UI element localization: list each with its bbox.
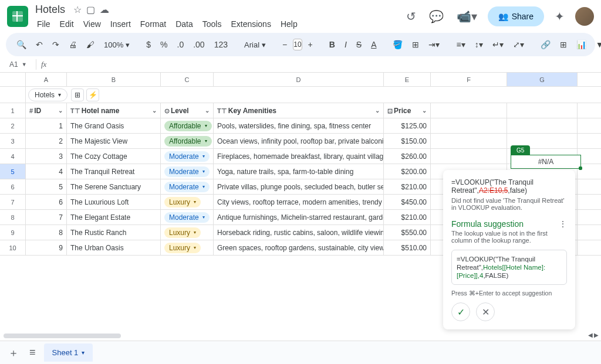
cell-amenities[interactable]: Green spaces, rooftop gardens, sustainab… [214,240,384,255]
cell-id[interactable]: 7 [26,210,67,224]
table-ai-icon[interactable]: ⚡ [86,89,99,101]
header-id[interactable]: #ID⌄ [26,103,67,118]
row-header-3[interactable]: 3 [0,134,26,148]
cell-id[interactable]: 3 [26,149,67,164]
font-dropdown[interactable]: Arial ▾ [241,38,269,52]
menu-tools[interactable]: Tools [198,17,226,31]
cell-level[interactable]: Luxury▾ [161,195,214,209]
suggestion-menu-icon[interactable]: ⋮ [559,219,567,229]
cell-level[interactable]: Moderate▾ [161,164,214,179]
menu-view[interactable]: View [79,17,105,31]
document-title[interactable]: Hotels [33,2,67,17]
move-icon[interactable]: ▢ [86,4,95,15]
header-price[interactable]: ⊡Price⌄ [384,103,431,118]
cell-name[interactable]: The Luxurious Loft [67,195,161,209]
decrease-font-icon[interactable]: − [279,38,291,52]
cell-price[interactable]: $125.00 [384,118,431,133]
cloud-status-icon[interactable]: ☁ [100,4,109,15]
cell-f[interactable] [431,149,507,164]
cell-level[interactable]: Affordable▾ [161,134,214,148]
paint-format-icon[interactable]: 🖌 [83,38,98,52]
cell-id[interactable]: 8 [26,225,67,240]
cell-amenities[interactable]: Fireplaces, homemade breakfast, library,… [214,149,384,164]
row-header-2[interactable]: 2 [0,118,26,133]
row-header-6[interactable]: 6 [0,179,26,194]
cell-amenities[interactable]: Ocean views, infinity pool, rooftop bar,… [214,134,384,148]
currency-icon[interactable]: $ [143,38,154,52]
sheet-tab-1[interactable]: Sheet 1▾ [44,343,93,362]
text-color-icon[interactable]: A [367,38,380,52]
scroll-arrows[interactable]: ◀▶ [588,332,599,338]
add-sheet-button[interactable]: ＋ [6,343,21,362]
chart-icon[interactable]: 📊 [573,38,590,52]
cell-amenities[interactable]: Private villas, plunge pools, secluded b… [214,179,384,194]
cell-price[interactable]: $210.00 [384,210,431,224]
merge-icon[interactable]: ⇥▾ [425,38,443,52]
cell-id[interactable]: 2 [26,134,67,148]
cell-amenities[interactable]: Pools, waterslides, fine dining, spa, fi… [214,118,384,133]
horizontal-scrollbar[interactable] [4,334,589,339]
gemini-icon[interactable]: ✦ [552,7,567,26]
menu-help[interactable]: Help [276,17,302,31]
cell-amenities[interactable]: City views, rooftop terrace, modern amen… [214,195,384,209]
cell-level[interactable]: Moderate▾ [161,210,214,224]
share-button[interactable]: 👥 Share [488,6,544,26]
borders-icon[interactable]: ⊞ [408,38,423,52]
menu-insert[interactable]: Insert [106,17,135,31]
cell-name[interactable]: The Urban Oasis [67,240,161,255]
cell-level[interactable]: Luxury▾ [161,225,214,240]
table-chip[interactable]: Hotels▾ [28,89,67,101]
more-formats-icon[interactable]: 123 [211,38,231,52]
row-header-10[interactable]: 10 [0,240,26,255]
row-header-1[interactable]: 1 [0,103,26,118]
col-header-b[interactable]: B [67,73,161,86]
col-header-d[interactable]: D [214,73,384,86]
header-amenities[interactable]: T⊤Key Amenities⌄ [214,103,384,118]
cell-f[interactable] [431,118,507,133]
filter-icon[interactable]: ▼ [592,38,601,52]
cell-level[interactable]: Moderate▾ [161,149,214,164]
link-icon[interactable]: 🔗 [537,38,554,52]
menu-format[interactable]: Format [136,17,170,31]
cell-id[interactable]: 6 [26,195,67,209]
cell-level[interactable]: Affordable▾ [161,118,214,133]
cell-price[interactable]: $450.00 [384,195,431,209]
cell-price[interactable]: $510.00 [384,240,431,255]
row-header-9[interactable]: 9 [0,225,26,240]
col-header-c[interactable]: C [161,73,214,86]
valign-icon[interactable]: ↕▾ [471,38,487,52]
table-view-icon[interactable]: ⊞ [71,89,84,101]
accept-suggestion-button[interactable]: ✓ [451,302,470,321]
percent-icon[interactable]: % [157,38,171,52]
cell-amenities[interactable]: Antique furnishings, Michelin-starred re… [214,210,384,224]
cell-f[interactable] [431,134,507,148]
name-box[interactable]: A1▼ [6,59,36,70]
cell-name[interactable]: The Elegant Estate [67,210,161,224]
menu-file[interactable]: File [33,17,55,31]
increase-font-icon[interactable]: + [305,38,316,52]
header-level[interactable]: ⊙Level⌄ [161,103,214,118]
col-header-e[interactable]: E [384,73,431,86]
sheets-app-icon[interactable] [7,6,28,27]
print-icon[interactable]: 🖨 [65,38,80,52]
col-header-a[interactable]: A [26,73,67,86]
decrease-decimal-icon[interactable]: .0 [174,38,188,52]
fill-color-icon[interactable]: 🪣 [389,38,406,52]
col-header-g[interactable]: G [507,73,578,86]
strike-icon[interactable]: S [353,38,365,52]
zoom-dropdown[interactable]: 100% ▾ [100,38,133,52]
cell-f1[interactable] [431,103,507,118]
comment-icon[interactable]: ⊞ [556,38,570,52]
cell-price[interactable]: $150.00 [384,134,431,148]
rotate-icon[interactable]: ⤢▾ [509,38,528,52]
cell-price[interactable]: $210.00 [384,179,431,194]
cell-g[interactable] [507,118,578,133]
cell-id[interactable]: 5 [26,179,67,194]
cell-id[interactable]: 1 [26,118,67,133]
menu-extensions[interactable]: Extensions [227,17,275,31]
cell-price[interactable]: $550.00 [384,225,431,240]
row-header-4[interactable]: 4 [0,149,26,164]
cell-g1[interactable] [507,103,578,118]
wrap-icon[interactable]: ↵▾ [489,38,507,52]
account-avatar[interactable] [575,7,594,26]
